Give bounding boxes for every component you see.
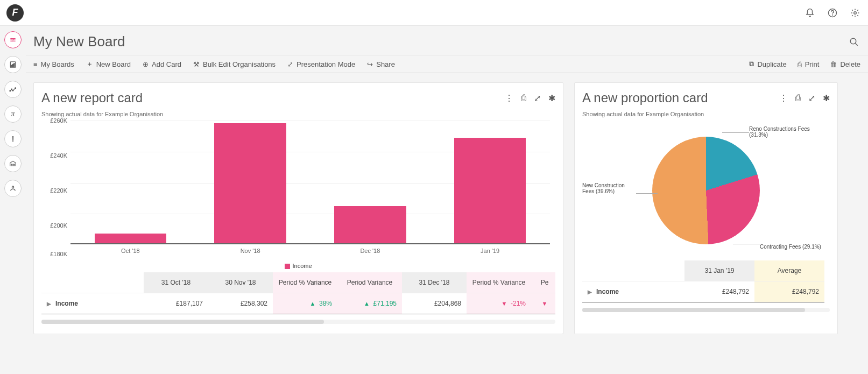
bar-chart: £260K £240K £220K £200K £180K Oct '18Nov…	[41, 121, 555, 260]
table-header: 31 Oct '18	[144, 272, 208, 293]
sitemap-icon: ⚒	[193, 60, 200, 68]
row-label[interactable]: ▶Income	[582, 281, 684, 302]
svg-point-2	[854, 11, 857, 14]
my-boards-link[interactable]: ≡My Boards	[33, 60, 74, 68]
add-card-button[interactable]: ⊕Add Card	[143, 60, 181, 68]
card-menu-icon[interactable]: ⋮	[779, 93, 788, 103]
notifications-icon[interactable]	[803, 6, 816, 19]
card-subtitle: Showing actual data for Example Organisa…	[41, 111, 555, 117]
sidebar-organisations-icon[interactable]	[4, 155, 22, 172]
svg-rect-7	[11, 65, 12, 66]
svg-point-4	[13, 39, 14, 40]
table-cell: ▼	[531, 293, 555, 314]
bulk-edit-button[interactable]: ⚒Bulk Edit Organisations	[193, 60, 276, 68]
settings-icon[interactable]	[849, 6, 862, 19]
sidebar-boards-icon[interactable]	[4, 31, 22, 48]
share-button[interactable]: ↪Share	[367, 60, 395, 68]
svg-point-3	[11, 38, 12, 39]
top-bar: F	[0, 0, 868, 26]
svg-rect-9	[14, 63, 15, 67]
sidebar-users-icon[interactable]	[4, 180, 22, 197]
table-header: Pe	[531, 272, 555, 293]
table-cell: ▼ -21%	[467, 293, 531, 314]
duplicate-button[interactable]: ⧉Duplicate	[749, 60, 786, 68]
horizontal-scrollbar[interactable]	[41, 320, 555, 324]
table-header: Average	[754, 260, 824, 281]
y-tick: £180K	[41, 251, 67, 257]
presentation-mode-button[interactable]: ⤢Presentation Mode	[287, 60, 355, 68]
table-cell: £258,302	[208, 293, 273, 314]
pie-chart: Reno Constructions Fees (31.3%) Contract…	[582, 121, 830, 260]
table-header: 31 Dec '18	[402, 272, 467, 293]
search-icon[interactable]	[848, 36, 860, 48]
card-settings-icon[interactable]: ✱	[823, 93, 830, 103]
triangle-up-icon: ▲	[309, 300, 315, 307]
card-menu-icon[interactable]: ⋮	[505, 93, 513, 103]
x-tick: Dec '18	[310, 248, 431, 254]
y-tick: £200K	[41, 222, 67, 229]
triangle-down-icon: ▼	[542, 300, 548, 307]
sidebar-reports-icon[interactable]	[4, 56, 22, 73]
x-tick: Nov '18	[190, 248, 310, 254]
table-cell: £248,792	[684, 281, 754, 302]
sidebar-formulas-icon[interactable]: π	[4, 105, 22, 123]
new-board-button[interactable]: ＋New Board	[86, 59, 131, 69]
legend-swatch	[285, 264, 290, 269]
card-print-icon[interactable]: ⎙	[795, 93, 801, 103]
pie-label: Reno Constructions Fees (31.3%)	[749, 126, 830, 138]
triangle-down-icon: ▼	[501, 300, 507, 307]
card-title: A new report card	[41, 90, 143, 105]
expand-caret-icon[interactable]: ▶	[47, 301, 51, 307]
y-tick: £260K	[41, 117, 67, 124]
card-expand-icon[interactable]: ⤢	[808, 93, 815, 103]
card-print-icon[interactable]: ⎙	[521, 93, 526, 103]
table-header: 30 Nov '18	[208, 272, 273, 293]
x-tick: Jan '19	[430, 248, 550, 254]
horizontal-scrollbar[interactable]	[582, 308, 830, 312]
report-card: A new report card ⋮ ⎙ ⤢ ✱ Showing actual…	[33, 82, 563, 334]
y-tick: £240K	[41, 152, 67, 159]
svg-rect-8	[12, 64, 13, 66]
help-icon[interactable]	[826, 6, 839, 19]
bar	[70, 121, 190, 244]
table-cell: £204,868	[402, 293, 467, 314]
proportion-card: A new proportion card ⋮ ⎙ ⤢ ✱ Showing ac…	[574, 82, 838, 334]
proportion-table: 31 Jan '19 Average ▶Income £248,792 £248…	[582, 260, 830, 302]
triangle-up-icon: ▲	[364, 300, 370, 307]
delete-button[interactable]: 🗑Delete	[830, 60, 860, 68]
table-header: Period % Variance	[467, 272, 531, 293]
svg-point-10	[10, 90, 11, 91]
card-expand-icon[interactable]: ⤢	[534, 93, 541, 103]
app-logo[interactable]: F	[6, 4, 24, 22]
card-settings-icon[interactable]: ✱	[548, 93, 555, 103]
table-header: Period % Variance	[273, 272, 337, 293]
table-cell: £187,107	[144, 293, 208, 314]
y-tick: £220K	[41, 187, 67, 194]
print-button[interactable]: ⎙Print	[798, 60, 820, 68]
row-label[interactable]: ▶Income	[41, 293, 144, 314]
pie-label: Contracting Fees (29.1%)	[760, 244, 830, 250]
svg-point-15	[850, 38, 856, 44]
svg-point-1	[832, 15, 833, 15]
pie-label: New Construction Fees (39.6%)	[582, 182, 636, 194]
bar	[430, 121, 550, 244]
bar	[190, 121, 310, 244]
report-table: 31 Oct '18 30 Nov '18 Period % Variance …	[41, 272, 555, 314]
page-title: My New Board	[33, 33, 125, 50]
table-cell: ▲ £71,195	[337, 293, 402, 314]
sidebar: π !	[0, 26, 26, 344]
table-header: 31 Jan '19	[684, 260, 754, 281]
table-header: Period Variance	[337, 272, 402, 293]
chart-legend: Income	[41, 263, 555, 269]
svg-point-14	[12, 186, 14, 188]
sidebar-alerts-icon[interactable]: !	[4, 130, 22, 147]
svg-point-5	[12, 40, 13, 41]
page-header: My New Board	[26, 26, 868, 55]
sidebar-analytics-icon[interactable]	[4, 81, 22, 98]
card-subtitle: Showing actual data for Example Organisa…	[582, 111, 830, 117]
table-cell: ▲ 38%	[273, 293, 337, 314]
x-tick: Oct '18	[70, 248, 190, 254]
card-title: A new proportion card	[582, 90, 708, 105]
table-cell: £248,792	[754, 281, 824, 302]
expand-caret-icon[interactable]: ▶	[588, 289, 592, 295]
